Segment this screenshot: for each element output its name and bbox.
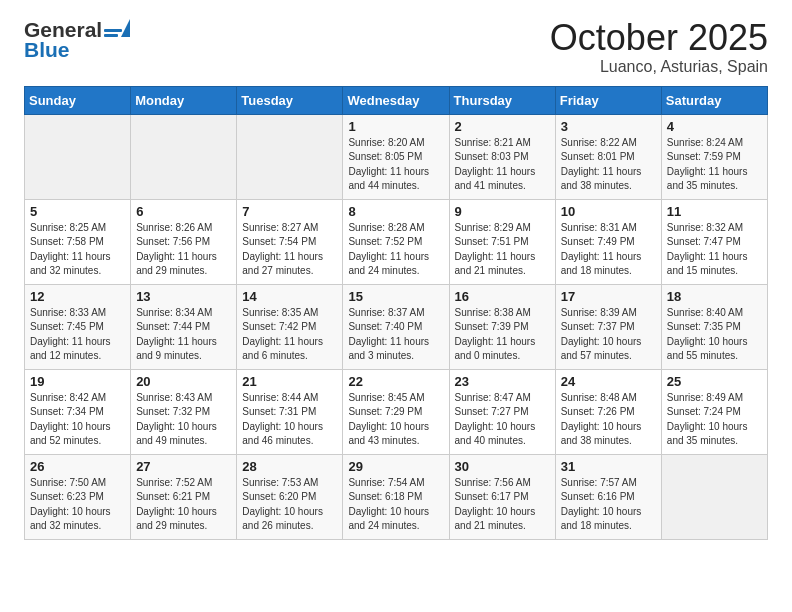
calendar-cell: 27Sunrise: 7:52 AM Sunset: 6:21 PM Dayli… (131, 454, 237, 539)
day-info: Sunrise: 8:38 AM Sunset: 7:39 PM Dayligh… (455, 306, 550, 364)
calendar-cell: 31Sunrise: 7:57 AM Sunset: 6:16 PM Dayli… (555, 454, 661, 539)
logo-text-block: General Blue (24, 18, 130, 62)
calendar-cell (661, 454, 767, 539)
calendar-cell: 9Sunrise: 8:29 AM Sunset: 7:51 PM Daylig… (449, 199, 555, 284)
calendar-cell: 1Sunrise: 8:20 AM Sunset: 8:05 PM Daylig… (343, 114, 449, 199)
day-number: 28 (242, 459, 337, 474)
day-info: Sunrise: 8:28 AM Sunset: 7:52 PM Dayligh… (348, 221, 443, 279)
day-info: Sunrise: 8:20 AM Sunset: 8:05 PM Dayligh… (348, 136, 443, 194)
calendar-cell: 4Sunrise: 8:24 AM Sunset: 7:59 PM Daylig… (661, 114, 767, 199)
day-number: 25 (667, 374, 762, 389)
calendar-header-row: Sunday Monday Tuesday Wednesday Thursday… (25, 86, 768, 114)
day-info: Sunrise: 8:48 AM Sunset: 7:26 PM Dayligh… (561, 391, 656, 449)
day-number: 15 (348, 289, 443, 304)
calendar-cell: 8Sunrise: 8:28 AM Sunset: 7:52 PM Daylig… (343, 199, 449, 284)
calendar-cell: 11Sunrise: 8:32 AM Sunset: 7:47 PM Dayli… (661, 199, 767, 284)
day-number: 26 (30, 459, 125, 474)
calendar-week-0: 1Sunrise: 8:20 AM Sunset: 8:05 PM Daylig… (25, 114, 768, 199)
day-info: Sunrise: 8:24 AM Sunset: 7:59 PM Dayligh… (667, 136, 762, 194)
calendar-cell: 18Sunrise: 8:40 AM Sunset: 7:35 PM Dayli… (661, 284, 767, 369)
calendar-week-4: 26Sunrise: 7:50 AM Sunset: 6:23 PM Dayli… (25, 454, 768, 539)
day-info: Sunrise: 7:54 AM Sunset: 6:18 PM Dayligh… (348, 476, 443, 534)
day-number: 5 (30, 204, 125, 219)
day-number: 18 (667, 289, 762, 304)
day-info: Sunrise: 7:52 AM Sunset: 6:21 PM Dayligh… (136, 476, 231, 534)
day-number: 12 (30, 289, 125, 304)
header-wednesday: Wednesday (343, 86, 449, 114)
day-number: 3 (561, 119, 656, 134)
day-number: 23 (455, 374, 550, 389)
logo-triangle-icon (121, 19, 130, 37)
calendar-cell: 6Sunrise: 8:26 AM Sunset: 7:56 PM Daylig… (131, 199, 237, 284)
page: General Blue October 2025 Luanco, As (0, 0, 792, 612)
month-title: October 2025 (550, 18, 768, 58)
day-info: Sunrise: 8:33 AM Sunset: 7:45 PM Dayligh… (30, 306, 125, 364)
calendar-cell: 21Sunrise: 8:44 AM Sunset: 7:31 PM Dayli… (237, 369, 343, 454)
calendar-cell (25, 114, 131, 199)
day-info: Sunrise: 8:32 AM Sunset: 7:47 PM Dayligh… (667, 221, 762, 279)
day-number: 2 (455, 119, 550, 134)
day-number: 31 (561, 459, 656, 474)
logo-wrapper: General Blue (24, 18, 130, 62)
day-info: Sunrise: 8:42 AM Sunset: 7:34 PM Dayligh… (30, 391, 125, 449)
day-number: 4 (667, 119, 762, 134)
day-info: Sunrise: 8:45 AM Sunset: 7:29 PM Dayligh… (348, 391, 443, 449)
logo-line-2 (104, 34, 118, 37)
day-info: Sunrise: 8:29 AM Sunset: 7:51 PM Dayligh… (455, 221, 550, 279)
day-info: Sunrise: 8:49 AM Sunset: 7:24 PM Dayligh… (667, 391, 762, 449)
day-number: 30 (455, 459, 550, 474)
header: General Blue October 2025 Luanco, As (0, 0, 792, 86)
calendar-cell: 16Sunrise: 8:38 AM Sunset: 7:39 PM Dayli… (449, 284, 555, 369)
day-number: 13 (136, 289, 231, 304)
day-info: Sunrise: 8:25 AM Sunset: 7:58 PM Dayligh… (30, 221, 125, 279)
calendar-week-2: 12Sunrise: 8:33 AM Sunset: 7:45 PM Dayli… (25, 284, 768, 369)
day-number: 8 (348, 204, 443, 219)
day-number: 29 (348, 459, 443, 474)
calendar-cell: 2Sunrise: 8:21 AM Sunset: 8:03 PM Daylig… (449, 114, 555, 199)
logo-line-1 (104, 29, 122, 32)
day-number: 1 (348, 119, 443, 134)
calendar-cell: 28Sunrise: 7:53 AM Sunset: 6:20 PM Dayli… (237, 454, 343, 539)
logo: General Blue (24, 18, 130, 62)
calendar-cell: 10Sunrise: 8:31 AM Sunset: 7:49 PM Dayli… (555, 199, 661, 284)
logo-blue: Blue (24, 38, 70, 62)
day-info: Sunrise: 8:47 AM Sunset: 7:27 PM Dayligh… (455, 391, 550, 449)
day-number: 22 (348, 374, 443, 389)
calendar-cell: 29Sunrise: 7:54 AM Sunset: 6:18 PM Dayli… (343, 454, 449, 539)
day-number: 24 (561, 374, 656, 389)
day-info: Sunrise: 8:43 AM Sunset: 7:32 PM Dayligh… (136, 391, 231, 449)
day-info: Sunrise: 8:22 AM Sunset: 8:01 PM Dayligh… (561, 136, 656, 194)
day-info: Sunrise: 8:35 AM Sunset: 7:42 PM Dayligh… (242, 306, 337, 364)
day-number: 14 (242, 289, 337, 304)
day-number: 19 (30, 374, 125, 389)
header-friday: Friday (555, 86, 661, 114)
calendar-cell (237, 114, 343, 199)
calendar-week-3: 19Sunrise: 8:42 AM Sunset: 7:34 PM Dayli… (25, 369, 768, 454)
day-info: Sunrise: 8:34 AM Sunset: 7:44 PM Dayligh… (136, 306, 231, 364)
day-info: Sunrise: 7:50 AM Sunset: 6:23 PM Dayligh… (30, 476, 125, 534)
day-info: Sunrise: 8:27 AM Sunset: 7:54 PM Dayligh… (242, 221, 337, 279)
header-thursday: Thursday (449, 86, 555, 114)
day-info: Sunrise: 7:57 AM Sunset: 6:16 PM Dayligh… (561, 476, 656, 534)
title-area: October 2025 Luanco, Asturias, Spain (550, 18, 768, 76)
day-number: 11 (667, 204, 762, 219)
day-number: 27 (136, 459, 231, 474)
calendar-cell: 26Sunrise: 7:50 AM Sunset: 6:23 PM Dayli… (25, 454, 131, 539)
calendar-cell: 7Sunrise: 8:27 AM Sunset: 7:54 PM Daylig… (237, 199, 343, 284)
day-number: 17 (561, 289, 656, 304)
calendar-cell: 25Sunrise: 8:49 AM Sunset: 7:24 PM Dayli… (661, 369, 767, 454)
calendar-week-1: 5Sunrise: 8:25 AM Sunset: 7:58 PM Daylig… (25, 199, 768, 284)
header-sunday: Sunday (25, 86, 131, 114)
calendar-cell: 20Sunrise: 8:43 AM Sunset: 7:32 PM Dayli… (131, 369, 237, 454)
day-number: 21 (242, 374, 337, 389)
logo-lines (104, 29, 122, 37)
calendar-cell: 13Sunrise: 8:34 AM Sunset: 7:44 PM Dayli… (131, 284, 237, 369)
day-info: Sunrise: 7:56 AM Sunset: 6:17 PM Dayligh… (455, 476, 550, 534)
day-info: Sunrise: 8:31 AM Sunset: 7:49 PM Dayligh… (561, 221, 656, 279)
day-info: Sunrise: 7:53 AM Sunset: 6:20 PM Dayligh… (242, 476, 337, 534)
day-info: Sunrise: 8:37 AM Sunset: 7:40 PM Dayligh… (348, 306, 443, 364)
header-monday: Monday (131, 86, 237, 114)
calendar-table: Sunday Monday Tuesday Wednesday Thursday… (24, 86, 768, 540)
day-number: 10 (561, 204, 656, 219)
calendar-cell: 19Sunrise: 8:42 AM Sunset: 7:34 PM Dayli… (25, 369, 131, 454)
